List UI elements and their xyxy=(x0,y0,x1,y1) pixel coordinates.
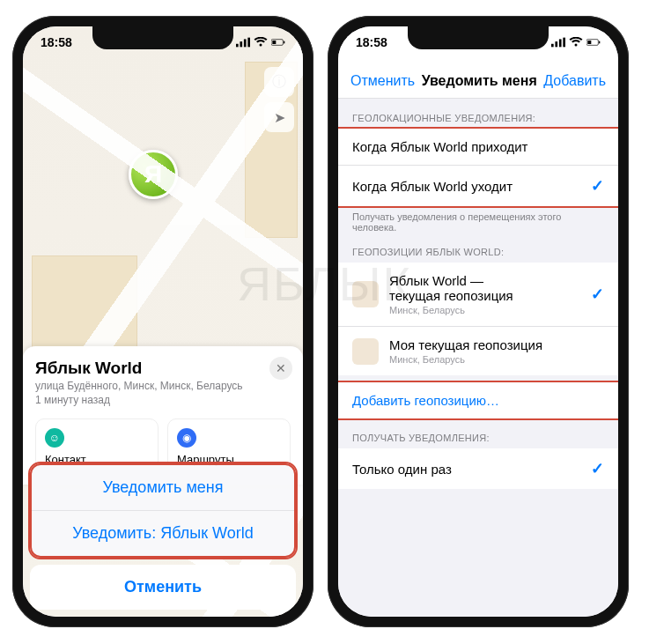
add-position-button[interactable]: Добавить геопозицию… xyxy=(338,382,618,418)
svg-rect-2 xyxy=(244,39,247,47)
battery-icon xyxy=(586,37,601,48)
status-icons xyxy=(551,37,601,48)
row-leaves-label: Когда Яблык World уходит xyxy=(352,179,591,194)
svg-rect-5 xyxy=(272,41,276,44)
row-only-once[interactable]: Только один раз ✓ xyxy=(338,448,618,489)
row-their-position-sub: Минск, Беларусь xyxy=(389,305,591,315)
battery-icon xyxy=(271,37,285,48)
signal-icon xyxy=(551,37,565,48)
map-building xyxy=(245,62,298,238)
row-my-position[interactable]: Моя текущая геопозиция Минск, Беларусь xyxy=(338,326,618,375)
close-icon[interactable]: ✕ xyxy=(269,357,292,380)
add-position-wrap: Добавить геопозицию… xyxy=(338,382,618,418)
svg-rect-3 xyxy=(247,38,250,48)
wifi-icon xyxy=(569,37,583,48)
section-label-positions: ГЕОПОЗИЦИИ ЯБЛЫК WORLD: xyxy=(338,233,618,263)
person-name: Яблык World xyxy=(35,359,291,378)
nav-cancel-button[interactable]: Отменить xyxy=(350,73,415,89)
row-arrives[interactable]: Когда Яблык World приходит xyxy=(338,129,618,165)
action-sheet: Уведомить меня Уведомить: Яблык World От… xyxy=(30,463,296,610)
notify-me-button[interactable]: Уведомить меня xyxy=(32,465,294,510)
geo-notify-list: Когда Яблык World приходит Когда Яблык W… xyxy=(338,129,618,206)
phone-right: 18:58 Отменить Уведомить меня Добавить Г… xyxy=(328,16,629,627)
row-my-position-title: Моя текущая геопозиция xyxy=(389,337,604,352)
wifi-icon xyxy=(254,37,268,48)
row-my-position-sub: Минск, Беларусь xyxy=(389,354,604,365)
map-locate-button[interactable]: ➤ xyxy=(264,102,294,132)
section-label-receive: ПОЛУЧАТЬ УВЕДОМЛЕНИЯ: xyxy=(338,418,618,448)
svg-rect-8 xyxy=(555,41,557,47)
status-time: 18:58 xyxy=(356,35,387,49)
map-info-button[interactable]: ⓘ xyxy=(264,67,294,97)
check-icon: ✓ xyxy=(591,285,604,304)
nav-add-button[interactable]: Добавить xyxy=(543,73,606,89)
notify-other-button[interactable]: Уведомить: Яблык World xyxy=(32,510,294,556)
svg-rect-10 xyxy=(563,38,565,48)
user-pin[interactable]: Я xyxy=(129,150,178,199)
row-only-once-label: Только один раз xyxy=(352,462,591,477)
svg-rect-9 xyxy=(559,39,562,47)
row-arrives-label: Когда Яблык World приходит xyxy=(352,139,604,154)
positions-list: Яблык World — текущая геопозиция Минск, … xyxy=(338,263,618,375)
settings-content[interactable]: ГЕОЛОКАЦИОННЫЕ УВЕДОМЛЕНИЯ: Когда Яблык … xyxy=(338,99,618,617)
svg-rect-0 xyxy=(236,44,239,48)
map-thumb-icon xyxy=(352,338,379,365)
signal-icon xyxy=(236,37,250,48)
screen-left: 18:58 Я ⓘ ➤ ✕ Яблык World улица Б xyxy=(23,26,303,617)
check-icon: ✓ xyxy=(591,459,604,478)
person-updated: 1 минуту назад xyxy=(35,394,291,406)
svg-rect-1 xyxy=(240,41,242,47)
receive-list: Только один раз ✓ xyxy=(338,448,618,489)
section-label-geo: ГЕОЛОКАЦИОННЫЕ УВЕДОМЛЕНИЯ: xyxy=(338,99,618,129)
map-thumb-icon xyxy=(352,281,379,307)
row-their-position[interactable]: Яблык World — текущая геопозиция Минск, … xyxy=(338,263,618,326)
action-group: Уведомить меня Уведомить: Яблык World xyxy=(30,463,296,558)
pin-initial: Я xyxy=(144,160,162,189)
check-icon: ✓ xyxy=(591,176,604,196)
status-icons xyxy=(236,37,285,48)
row-their-position-title: Яблык World — текущая геопозиция xyxy=(389,273,591,303)
svg-rect-7 xyxy=(551,44,554,48)
svg-rect-13 xyxy=(599,41,600,44)
svg-rect-6 xyxy=(284,41,284,44)
notch xyxy=(408,26,549,49)
geo-footer: Получать уведомления о перемещениях этог… xyxy=(338,206,618,233)
phone-left: 18:58 Я ⓘ ➤ ✕ Яблык World улица Б xyxy=(12,16,313,627)
person-address: улица Будённого, Минск, Минск, Беларусь xyxy=(35,380,291,392)
row-leaves[interactable]: Когда Яблык World уходит ✓ xyxy=(338,165,618,206)
route-icon: ◉ xyxy=(177,428,196,448)
contact-icon: ☺ xyxy=(45,428,64,448)
notch xyxy=(92,26,233,49)
svg-rect-12 xyxy=(587,41,591,44)
status-time: 18:58 xyxy=(41,35,72,49)
nav-title: Уведомить меня xyxy=(422,73,537,89)
screen-right: 18:58 Отменить Уведомить меня Добавить Г… xyxy=(338,26,618,617)
cancel-button[interactable]: Отменить xyxy=(30,565,296,610)
